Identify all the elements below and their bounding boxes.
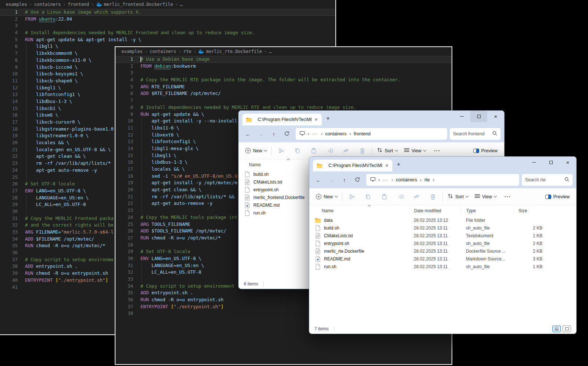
- forward-button[interactable]: →: [325, 177, 338, 183]
- file-row[interactable]: run.sh28.02.2025 13:11sh_auto_file1 KB: [309, 263, 576, 270]
- maximize-button[interactable]: [470, 111, 487, 122]
- back-button[interactable]: ←: [242, 131, 254, 137]
- breadcrumb-item[interactable]: containers: [150, 49, 176, 54]
- code-line[interactable]: 3: [115, 70, 452, 77]
- collapsed-path-button[interactable]: ···: [383, 177, 389, 182]
- delete-icon[interactable]: [356, 148, 369, 154]
- maximize-button[interactable]: [542, 157, 559, 168]
- share-icon[interactable]: [410, 194, 423, 199]
- collapsed-path-button[interactable]: ···: [312, 131, 318, 136]
- new-tab-button[interactable]: +: [326, 115, 330, 121]
- icons-view-toggle[interactable]: [563, 326, 571, 332]
- breadcrumb-symbol[interactable]: …: [180, 2, 183, 7]
- column-header-date-modified[interactable]: Date modified: [409, 207, 462, 214]
- explorer-tab[interactable]: C:\Program Files\MVTec\MERL ×: [242, 114, 322, 125]
- up-button[interactable]: ↑: [267, 131, 280, 137]
- tab-close-icon[interactable]: ×: [314, 117, 318, 122]
- address-crumb[interactable]: frontend: [354, 131, 371, 136]
- breadcrumb-item[interactable]: frontend: [68, 2, 89, 7]
- close-button[interactable]: ×: [487, 111, 504, 122]
- copy-icon[interactable]: [291, 148, 304, 154]
- code-line[interactable]: 8# Install dependencies needed by MERLIC…: [115, 104, 452, 111]
- view-button[interactable]: View: [473, 194, 498, 199]
- file-date-modified: 28.02.2025 13:12: [409, 218, 462, 223]
- column-header-size[interactable]: Size: [514, 207, 542, 214]
- breadcrumb-item[interactable]: examples: [121, 49, 143, 54]
- details-view-toggle[interactable]: [552, 326, 561, 332]
- search-input[interactable]: Search frontend: [450, 128, 500, 140]
- rename-icon[interactable]: A: [323, 148, 336, 153]
- code-line[interactable]: 4# Copy the MERLIC RTE package into the …: [115, 77, 452, 83]
- preview-button[interactable]: Preview: [544, 194, 571, 199]
- file-row[interactable]: README.md28.02.2025 13:11Markdown Source…: [309, 255, 576, 263]
- preview-button[interactable]: Preview: [471, 148, 499, 153]
- refresh-button[interactable]: [280, 131, 293, 137]
- minimize-button[interactable]: [525, 157, 542, 168]
- file-row[interactable]: entrypoint.sh28.02.2025 13:11sh_auto_fil…: [309, 239, 576, 247]
- new-tab-button[interactable]: +: [397, 161, 400, 167]
- code-line[interactable]: 1# Use a Debian base image: [115, 56, 452, 63]
- tab-close-icon[interactable]: ×: [385, 163, 389, 168]
- sort-ascending-icon: [368, 205, 371, 208]
- up-button[interactable]: ↑: [338, 177, 351, 183]
- plus-icon: +: [245, 148, 251, 153]
- column-header-name[interactable]: Name: [249, 162, 261, 167]
- file-row[interactable]: merlic_rte.Dockerfile28.02.2025 13:11Doc…: [309, 247, 576, 255]
- new-button[interactable]: +New: [243, 148, 268, 153]
- rename-icon[interactable]: A: [394, 194, 407, 199]
- code-line[interactable]: 4# Install dependencies needed by MERLIC…: [0, 29, 335, 36]
- file-date-modified: 28.02.2025 13:11: [409, 256, 462, 262]
- address-crumb[interactable]: containers: [325, 131, 347, 136]
- view-button[interactable]: View: [402, 148, 428, 153]
- code-line[interactable]: 5RUN apt-get update && apt-get install -…: [0, 36, 335, 43]
- file-size: 2 KB: [514, 225, 542, 231]
- share-icon[interactable]: [339, 148, 353, 153]
- more-options-button[interactable]: ···: [501, 193, 514, 200]
- copy-icon[interactable]: [361, 194, 375, 200]
- breadcrumb-filename[interactable]: merlic_frontend.Dockerfile: [104, 2, 173, 7]
- sort-button[interactable]: Sort: [446, 193, 470, 200]
- file-row[interactable]: CMakeLists.txt28.02.2025 13:11Textdokume…: [309, 232, 576, 239]
- minimize-button[interactable]: [453, 111, 470, 122]
- explorer-tab[interactable]: C:\Program Files\MVTec\MERL ×: [313, 160, 392, 171]
- column-header-type[interactable]: Type: [462, 207, 514, 214]
- new-button[interactable]: +New: [314, 194, 339, 199]
- readme-icon: [244, 202, 250, 208]
- code-line[interactable]: 7: [115, 97, 452, 104]
- breadcrumb-item[interactable]: examples: [6, 2, 27, 7]
- search-input[interactable]: Search rte: [522, 174, 573, 186]
- paste-icon[interactable]: [378, 194, 391, 200]
- breadcrumb-item[interactable]: rte: [183, 49, 192, 54]
- address-crumb[interactable]: containers: [396, 177, 417, 182]
- code-line[interactable]: 2FROM ubuntu:22.04: [0, 16, 335, 23]
- code-line[interactable]: 5ARG RTE_FILENAME: [115, 83, 452, 90]
- breadcrumb-item[interactable]: containers: [34, 2, 61, 7]
- address-bar[interactable]: › ··· › containers › rte ›: [366, 174, 519, 186]
- more-options-button[interactable]: ···: [431, 148, 444, 154]
- column-header-name[interactable]: Name: [320, 208, 409, 213]
- breadcrumb-filename[interactable]: merlic_rte.Dockerfile: [206, 49, 262, 54]
- refresh-button[interactable]: [351, 177, 364, 183]
- close-button[interactable]: ×: [559, 157, 576, 168]
- code-line[interactable]: 3: [0, 22, 335, 29]
- back-button[interactable]: ←: [312, 177, 325, 183]
- file-name: README.md: [324, 256, 409, 262]
- cut-icon[interactable]: [275, 148, 288, 154]
- delete-icon[interactable]: [426, 194, 439, 200]
- sort-button[interactable]: Sort: [375, 148, 399, 154]
- code-line[interactable]: 2FROM debian:bookworm: [115, 63, 452, 70]
- code-line[interactable]: 6ADD $RTE_FILENAME /opt/mvtec/: [115, 90, 452, 97]
- address-bar[interactable]: › ··· › containers › frontend: [296, 128, 447, 140]
- address-crumb[interactable]: rte: [424, 177, 430, 182]
- paste-icon[interactable]: [307, 148, 320, 154]
- textdoc-icon: [314, 233, 321, 239]
- file-size: 2 KB: [514, 241, 542, 246]
- file-row[interactable]: build.sh28.02.2025 13:11sh_auto_file2 KB: [309, 224, 576, 232]
- cut-icon[interactable]: [345, 194, 359, 200]
- file-explorer-window-rte: C:\Program Files\MVTec\MERL × + × ← → ↑ …: [309, 156, 577, 334]
- code-line[interactable]: 1# Use a Linux base image which supports…: [0, 9, 335, 16]
- forward-button[interactable]: →: [254, 131, 267, 137]
- breadcrumb-symbol[interactable]: …: [269, 49, 271, 54]
- file-size: 1 KB: [514, 233, 542, 238]
- file-row[interactable]: data28.02.2025 13:12File folder: [309, 216, 576, 224]
